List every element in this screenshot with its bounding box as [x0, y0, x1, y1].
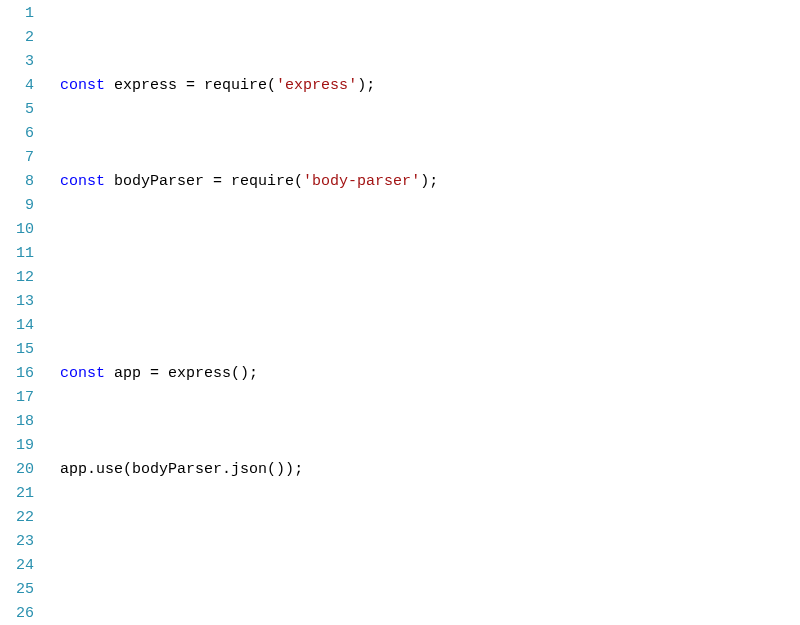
code-line[interactable]	[60, 266, 800, 290]
line-number: 11	[0, 242, 34, 266]
line-number: 10	[0, 218, 34, 242]
line-number: 26	[0, 602, 34, 625]
line-number: 22	[0, 506, 34, 530]
line-number: 6	[0, 122, 34, 146]
line-number: 17	[0, 386, 34, 410]
code-line[interactable]: const express = require('express');	[60, 74, 800, 98]
line-number: 19	[0, 434, 34, 458]
line-number: 25	[0, 578, 34, 602]
line-number: 21	[0, 482, 34, 506]
line-number: 13	[0, 290, 34, 314]
line-number: 8	[0, 170, 34, 194]
line-number: 16	[0, 362, 34, 386]
line-number: 24	[0, 554, 34, 578]
line-number: 7	[0, 146, 34, 170]
line-number: 5	[0, 98, 34, 122]
line-number: 2	[0, 26, 34, 50]
code-line[interactable]: app.use(bodyParser.json());	[60, 458, 800, 482]
code-line[interactable]	[60, 554, 800, 578]
line-number: 12	[0, 266, 34, 290]
line-number: 1	[0, 2, 34, 26]
line-number: 23	[0, 530, 34, 554]
code-line[interactable]: const app = express();	[60, 362, 800, 386]
line-number: 9	[0, 194, 34, 218]
line-number: 15	[0, 338, 34, 362]
line-number-gutter: 1 2 3 4 5 6 7 8 9 10 11 12 13 14 15 16 1…	[0, 2, 42, 625]
line-number: 3	[0, 50, 34, 74]
line-number: 18	[0, 410, 34, 434]
code-area[interactable]: const express = require('express'); cons…	[42, 2, 800, 625]
line-number: 14	[0, 314, 34, 338]
code-line[interactable]: const bodyParser = require('body-parser'…	[60, 170, 800, 194]
line-number: 20	[0, 458, 34, 482]
code-editor[interactable]: 1 2 3 4 5 6 7 8 9 10 11 12 13 14 15 16 1…	[0, 0, 800, 625]
line-number: 4	[0, 74, 34, 98]
